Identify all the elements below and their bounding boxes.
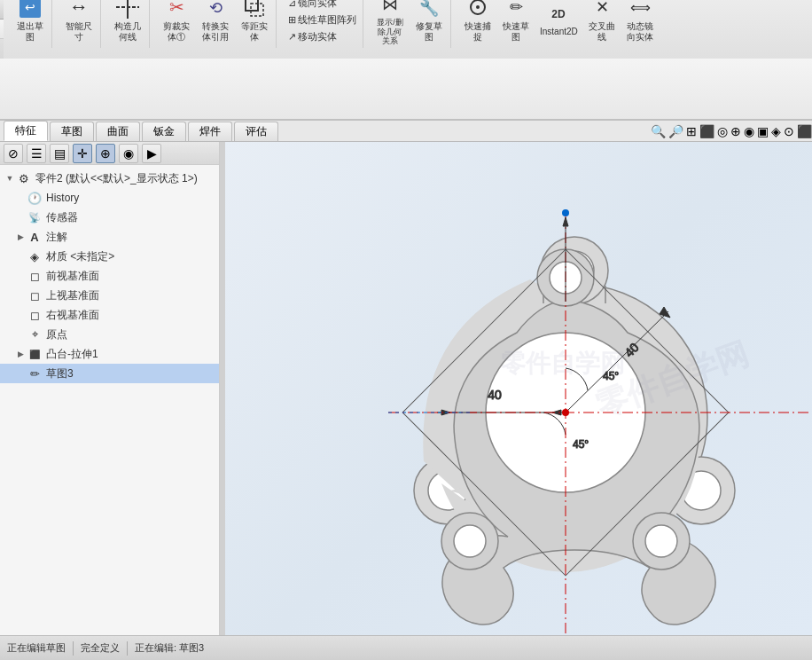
svg-text:✏: ✏ [510, 0, 523, 16]
annotations-expander[interactable]: ▶ [14, 231, 27, 243]
sketch3-icon: ✏ [27, 365, 43, 381]
grid-view-button[interactable]: ▤ [50, 144, 69, 163]
move-entity-icon: ↗ [288, 31, 296, 43]
move-entity-label: 移动实体 [298, 30, 337, 43]
svg-rect-9 [246, 0, 258, 11]
canvas-search-4[interactable]: ⬛ [699, 124, 714, 138]
origin-button[interactable]: ⊕ [96, 144, 115, 163]
offset-button[interactable]: 等距实体 [237, 0, 272, 44]
canvas-search-6[interactable]: ⊕ [730, 124, 741, 138]
repair-sketch-button[interactable]: 🔧 修复草图 [411, 0, 447, 44]
construct-button[interactable]: 构造几何线 [110, 0, 145, 44]
smart-dim-label: 智能尺寸 [66, 21, 92, 43]
tree-annotations[interactable]: ▶ A 注解 [0, 227, 219, 247]
tree-root[interactable]: ▼ ⚙ 零件2 (默认<<默认>_显示状态 1>) [0, 169, 219, 188]
exit-sketch-button[interactable]: ↩ 退出草图 [12, 0, 48, 44]
display-button[interactable]: ◉ [119, 144, 138, 163]
canvas-search-5[interactable]: ◎ [717, 124, 728, 138]
panel-tree: ▼ ⚙ 零件2 (默认<<默认>_显示状态 1>) 🕐 History 📡 传感… [0, 165, 219, 635]
trim-icon: ✂ [162, 0, 191, 21]
sensors-expander [14, 211, 27, 224]
canvas-area[interactable]: 40 40 45° 45° [220, 142, 812, 635]
exit-sketch-label: 退出草图 [17, 21, 43, 43]
canvas-search-9[interactable]: ◈ [771, 124, 781, 138]
material-expander [14, 250, 27, 263]
smart-dim-button[interactable]: ↔ 智能尺寸 [61, 0, 97, 44]
canvas-search-7[interactable]: ◉ [744, 124, 754, 138]
dynamic-mirror-icon: ⟺ [626, 0, 654, 21]
tree-right-plane[interactable]: ◻ 右视基准面 [0, 305, 219, 325]
sensors-label: 传感器 [46, 210, 78, 225]
tree-history[interactable]: 🕐 History [0, 188, 219, 208]
svg-point-49 [562, 409, 569, 416]
dynamic-mirror-button[interactable]: ⟺ 动态镜向实体 [622, 0, 658, 44]
quick-sketch-button[interactable]: ✏ 快速草图 [498, 0, 534, 44]
list-view-button[interactable]: ☰ [27, 144, 46, 163]
canvas-search-2[interactable]: 🔎 [668, 124, 683, 138]
tab-sketch[interactable]: 草图 [50, 122, 94, 141]
tree-boss-extrude[interactable]: ▶ ⬛ 凸台-拉伸1 [0, 344, 219, 364]
offset-label: 等距实体 [241, 21, 268, 43]
show-relations-label: 显示/删除几何关系 [377, 18, 403, 46]
boss-expander[interactable]: ▶ [14, 348, 27, 360]
tab-surface[interactable]: 曲面 [96, 122, 140, 141]
sketch3-expander [14, 367, 27, 380]
svg-text:⟲: ⟲ [209, 0, 223, 17]
svg-text:⟺: ⟺ [629, 0, 650, 15]
feature-tabs: 特征 草图 曲面 钣金 焊件 评估 🔍 🔎 ⊞ ⬛ ◎ ⊕ ◉ ▣ ◈ ⊙ ⬛ [0, 121, 812, 142]
right-plane-expander [14, 309, 27, 321]
linear-array-icon: ⊞ [288, 14, 296, 26]
tree-front-plane[interactable]: ◻ 前视基准面 [0, 266, 219, 286]
tree-sketch3[interactable]: ✏ 草图3 [0, 364, 219, 383]
convert-label: 转换实体引用 [202, 21, 229, 43]
mirror-label: 镜向实体 [298, 0, 337, 10]
front-plane-label: 前视基准面 [46, 269, 99, 284]
solid-ops-group: ✂ 剪裁实体① ⟲ 转换实体引用 [155, 0, 277, 48]
intersect-label: 交叉曲线 [589, 21, 615, 43]
svg-text:⋈: ⋈ [382, 0, 398, 13]
tree-material[interactable]: ◈ 材质 <未指定> [0, 247, 219, 266]
canvas-search-11[interactable]: ⬛ [797, 124, 812, 138]
mirror-button[interactable]: ⊿ 镜向实体 [285, 0, 340, 11]
svg-point-36 [645, 525, 677, 557]
tree-origin[interactable]: ⌖ 原点 [0, 325, 219, 344]
right-plane-icon: ◻ [27, 307, 43, 323]
boss-label: 凸台-拉伸1 [46, 347, 98, 362]
quick-snap-button[interactable]: 快速捕捉 [460, 0, 496, 44]
right-plane-label: 右视基准面 [46, 308, 99, 323]
linear-array-button[interactable]: ⊞ 线性草图阵列 [285, 12, 359, 28]
more-button[interactable]: ▶ [142, 144, 161, 163]
statusbar: 正在编辑草图 完全定义 正在编辑: 草图3 [0, 635, 812, 660]
tree-sensors[interactable]: 📡 传感器 [0, 208, 219, 227]
history-label: History [46, 192, 79, 204]
panel-toolbar: ⊘ ☰ ▤ ✛ ⊕ ◉ ▶ [0, 142, 219, 165]
construct-label: 构造几何线 [114, 21, 141, 43]
left-panel: ⊘ ☰ ▤ ✛ ⊕ ◉ ▶ ▼ ⚙ 零件2 (默认<<默认>_显示状态 1>) … [0, 142, 220, 635]
tab-feature[interactable]: 特征 [4, 121, 48, 141]
status-sep-2 [127, 641, 128, 656]
filter-button[interactable]: ⊘ [4, 144, 23, 163]
canvas-search-8[interactable]: ▣ [757, 124, 769, 138]
canvas-search-3[interactable]: ⊞ [686, 124, 697, 138]
tab-weld[interactable]: 焊件 [188, 122, 232, 141]
convert-button[interactable]: ⟲ 转换实体引用 [198, 0, 233, 44]
tab-evaluate[interactable]: 评估 [234, 122, 278, 141]
root-expander[interactable]: ▼ [4, 172, 16, 185]
history-icon: 🕐 [27, 190, 43, 206]
tab-sheet-metal[interactable]: 钣金 [142, 122, 186, 141]
tree-top-plane[interactable]: ◻ 上视基准面 [0, 286, 219, 305]
intersect-button[interactable]: ✕ 交叉曲线 [584, 0, 620, 44]
instant2d-button[interactable]: 2D Instant2D [536, 0, 582, 39]
instant2d-icon: 2D [544, 0, 573, 27]
canvas-search-1[interactable]: 🔍 [651, 124, 666, 138]
trim-button[interactable]: ✂ 剪裁实体① [159, 0, 194, 44]
svg-point-14 [476, 5, 480, 9]
add-button[interactable]: ✛ [73, 144, 92, 163]
canvas-search-10[interactable]: ⊙ [784, 124, 794, 138]
splitter-handle[interactable] [220, 142, 225, 635]
front-plane-expander [14, 270, 27, 282]
status-sep-1 [73, 641, 74, 656]
quick-snap-label: 快速捕捉 [465, 21, 491, 43]
show-relations-button[interactable]: ⋈ 显示/删除几何关系 [372, 0, 408, 48]
move-entity-button[interactable]: ↗ 移动实体 [285, 29, 340, 44]
